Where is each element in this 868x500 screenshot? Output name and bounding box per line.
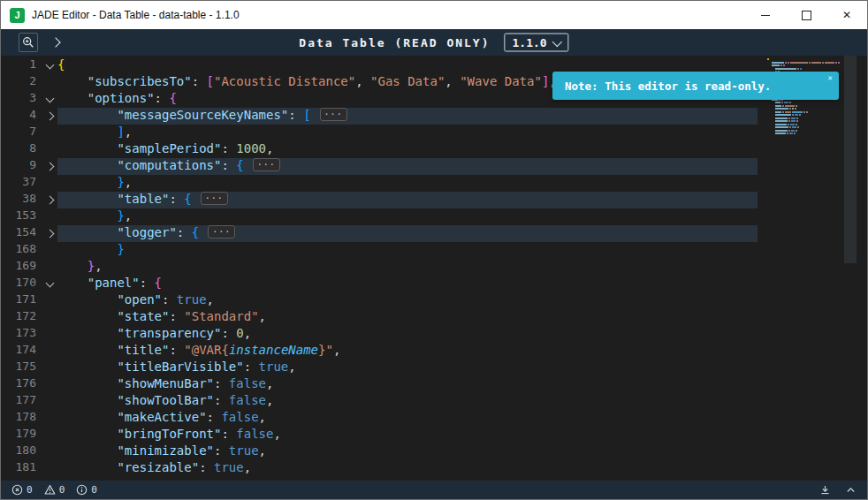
folded-region-badge[interactable]: ··· (208, 225, 235, 239)
fold-right-icon[interactable] (42, 108, 57, 125)
code-line[interactable]: 153}, (1, 208, 758, 225)
code-line[interactable]: 8"samplePeriod": 1000, (1, 141, 758, 158)
zoom-button[interactable] (19, 33, 38, 52)
toast-close-icon[interactable]: ✕ (828, 73, 833, 82)
line-number: 153 (1, 208, 42, 225)
code-line[interactable]: 38"table": {··· (1, 192, 758, 208)
code-text: "samplePeriod": 1000, (57, 141, 758, 158)
line-number: 154 (1, 225, 42, 242)
version-dropdown[interactable]: 1.1.0 (505, 34, 569, 52)
fold-spacer (42, 427, 57, 443)
line-number: 169 (1, 259, 42, 276)
line-number: 172 (1, 309, 42, 326)
code-line[interactable]: 9"computations": {··· (1, 158, 758, 175)
code-editor: 1{2"subscribesTo": ["Acoustic Distance",… (1, 56, 867, 481)
line-number: 176 (1, 376, 42, 393)
fold-spacer (42, 460, 57, 477)
fold-right-icon[interactable] (42, 158, 57, 175)
fold-spacer (42, 141, 57, 158)
code-line[interactable]: 180"minimizable": true, (1, 443, 758, 460)
code-line[interactable]: 179"bringToFront": false, (1, 427, 758, 443)
fold-spacer (42, 360, 57, 376)
expand-chevron-button[interactable] (46, 33, 65, 52)
readonly-note-toast: Note: This editor is read-only. ✕ (552, 72, 839, 100)
code-text: }, (57, 208, 758, 225)
close-button[interactable]: ✕ (826, 1, 867, 29)
error-count: 0 (27, 484, 33, 496)
folded-region-badge[interactable]: ··· (320, 108, 347, 121)
fold-spacer (42, 393, 57, 410)
line-number: 2 (1, 74, 42, 91)
error-icon (11, 484, 23, 496)
fold-spacer (42, 208, 57, 225)
code-line[interactable]: 175"titleBarVisible": true, (1, 360, 758, 376)
window-title: JADE Editor - Data Table - data-table - … (32, 9, 240, 21)
code-line[interactable]: 181"resizable": true, (1, 460, 758, 477)
info-count: 0 (91, 484, 97, 496)
fold-spacer (42, 292, 57, 309)
maximize-icon (802, 11, 811, 20)
errors-status[interactable]: 0 (11, 484, 33, 496)
code-text: }, (57, 175, 758, 192)
fold-spacer (42, 343, 57, 360)
fold-spacer (42, 175, 57, 192)
code-line[interactable]: 169}, (1, 259, 758, 276)
toolbar-center-group: Data Table (READ ONLY) 1.1.0 (299, 34, 568, 52)
line-number: 173 (1, 326, 42, 343)
line-number: 37 (1, 175, 42, 192)
collapse-panel-button[interactable] (845, 484, 857, 496)
line-number: 181 (1, 460, 42, 477)
fold-down-icon[interactable] (42, 91, 57, 108)
line-number: 174 (1, 343, 42, 360)
title-bar: J JADE Editor - Data Table - data-table … (1, 1, 867, 29)
code-line[interactable]: 170"panel": { (1, 276, 758, 292)
code-line[interactable]: 7], (1, 125, 758, 141)
warnings-status[interactable]: 0 (44, 484, 65, 496)
code-line[interactable]: 177"showToolBar": false, (1, 393, 758, 410)
code-text: "panel": { (57, 276, 758, 292)
code-text: "title": "@VAR{instanceName}", (57, 343, 758, 360)
code-text: } (57, 242, 758, 259)
line-number: 170 (1, 276, 42, 292)
infos-status[interactable]: 0 (76, 484, 97, 496)
code-text: "resizable": true, (57, 460, 758, 477)
code-line[interactable]: 172"state": "Standard", (1, 309, 758, 326)
fold-down-icon[interactable] (42, 276, 57, 292)
fold-spacer (42, 125, 57, 141)
info-icon (76, 484, 88, 496)
code-line[interactable]: 171"open": true, (1, 292, 758, 309)
code-line[interactable]: 154"logger": {··· (1, 225, 758, 242)
magnifier-plus-icon (22, 36, 34, 49)
folded-region-badge[interactable]: ··· (201, 192, 228, 205)
line-number: 180 (1, 443, 42, 460)
line-number: 8 (1, 141, 42, 158)
line-number: 3 (1, 91, 42, 108)
document-title: Data Table (READ ONLY) (299, 36, 490, 49)
code-line[interactable]: 168} (1, 242, 758, 259)
scrollbar-thumb[interactable] (844, 56, 857, 263)
minimize-icon (761, 15, 770, 16)
editor-toolbar: Data Table (READ ONLY) 1.1.0 (1, 29, 867, 56)
line-number: 171 (1, 292, 42, 309)
code-line[interactable]: 4"messageSourceKeyNames": [··· (1, 108, 758, 125)
line-number: 177 (1, 393, 42, 410)
fold-right-icon[interactable] (42, 225, 57, 242)
fold-down-icon[interactable] (42, 57, 57, 74)
code-line[interactable]: 174"title": "@VAR{instanceName}", (1, 343, 758, 360)
download-button[interactable] (819, 484, 831, 496)
folded-region-badge[interactable]: ··· (253, 158, 280, 171)
line-number: 4 (1, 108, 42, 125)
code-line[interactable]: 37}, (1, 175, 758, 192)
maximize-button[interactable] (786, 1, 826, 29)
code-line[interactable]: 176"showMenuBar": false, (1, 376, 758, 393)
code-line[interactable]: 173"transparency": 0, (1, 326, 758, 343)
minimize-button[interactable] (745, 1, 786, 29)
fold-spacer (42, 309, 57, 326)
fold-right-icon[interactable] (42, 192, 57, 208)
code-text: "logger": {··· (57, 225, 758, 242)
version-label: 1.1.0 (513, 36, 547, 49)
fold-spacer (42, 443, 57, 460)
vertical-scrollbar[interactable] (844, 56, 857, 481)
toast-text: Note: This editor is read-only. (565, 80, 771, 93)
code-line[interactable]: 178"makeActive": false, (1, 410, 758, 427)
